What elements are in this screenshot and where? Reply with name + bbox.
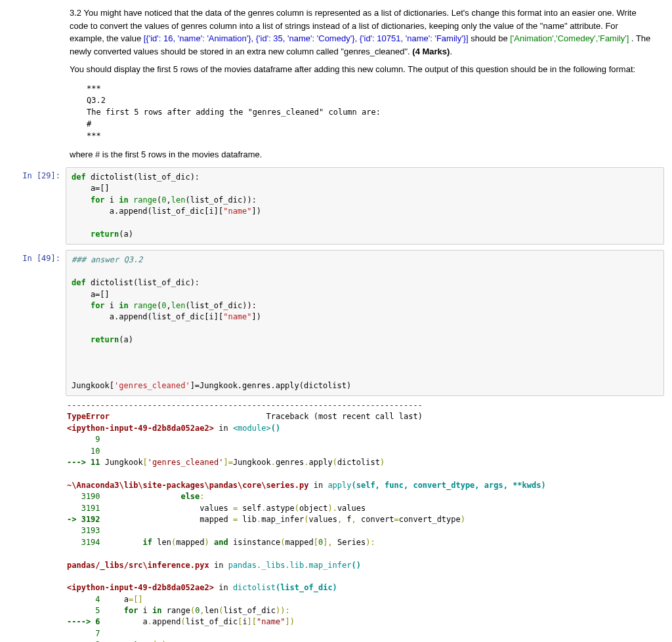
format-hint: You should display the first 5 rows of t… [70, 63, 652, 76]
notebook-page: 3.2 You might have noticed that the data… [0, 7, 672, 642]
mid-text: should be [471, 33, 510, 43]
error-output: ----------------------------------------… [66, 396, 664, 642]
code-cell[interactable]: In [29]: def dictolist(list_of_dic): a=[… [0, 166, 672, 246]
code-input[interactable]: def dictolist(list_of_dic): a=[] for i i… [66, 167, 664, 245]
expected-output: *** Q3.2 The first 5 rows after adding t… [87, 83, 652, 142]
input-prompt: In [29]: [0, 167, 66, 245]
example-output: ['Animation','Comedey','Family'] [510, 33, 629, 43]
example-input: [{'id': 16, 'name': 'Animation'}, {'id':… [144, 33, 469, 43]
dot: . [450, 47, 452, 56]
code-cell-selected[interactable]: In [49]: ### answer Q3.2 def dictolist(l… [0, 249, 672, 642]
question-text: 3.2 You might have noticed that the data… [70, 7, 652, 161]
input-prompt: In [49]: [0, 250, 66, 642]
marks: (4 Marks) [412, 47, 450, 56]
where-hash: where # is the first 5 rows in the movie… [70, 148, 652, 161]
code-input[interactable]: ### answer Q3.2 def dictolist(list_of_di… [66, 250, 664, 396]
